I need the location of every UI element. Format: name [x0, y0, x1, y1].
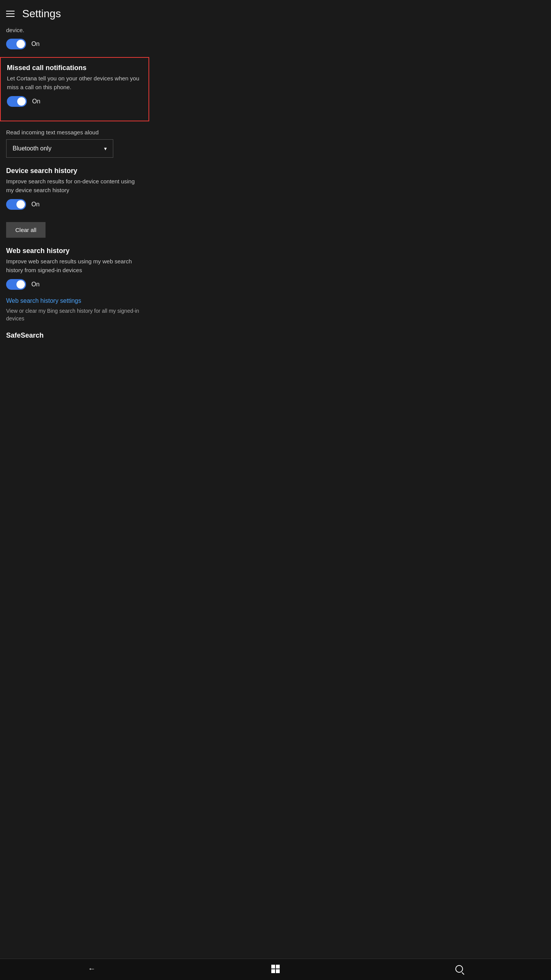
- bottom-navigation: ←: [0, 959, 149, 980]
- web-search-title: Web search history: [6, 247, 143, 255]
- top-toggle[interactable]: [6, 39, 26, 49]
- device-search-title: Device search history: [6, 167, 143, 175]
- web-search-toggle-row: On: [6, 279, 143, 290]
- top-section: device. On: [6, 26, 143, 49]
- web-search-history-settings-desc: View or clear my Bing search history for…: [6, 307, 143, 322]
- missed-call-toggle[interactable]: [7, 96, 27, 107]
- back-button[interactable]: ←: [88, 964, 96, 973]
- device-search-section: Device search history Improve search res…: [6, 167, 143, 238]
- truncated-text: device.: [6, 26, 143, 34]
- chevron-down-icon: ▾: [104, 145, 107, 152]
- missed-call-toggle-row: On: [7, 96, 142, 107]
- read-messages-label: Read incoming text messages aloud: [6, 129, 143, 136]
- dropdown-value: Bluetooth only: [13, 145, 51, 152]
- web-search-section: Web search history Improve web search re…: [6, 247, 143, 322]
- device-search-toggle-row: On: [6, 199, 143, 210]
- safesearch-title: SafeSearch: [6, 332, 143, 340]
- web-search-description: Improve web search results using my web …: [6, 257, 143, 274]
- web-search-toggle-label: On: [31, 281, 39, 288]
- safesearch-section: SafeSearch: [6, 332, 143, 340]
- missed-call-title: Missed call notifications: [7, 64, 142, 72]
- hamburger-menu-icon[interactable]: [6, 11, 15, 17]
- header: Settings: [0, 0, 149, 26]
- read-messages-section: Read incoming text messages aloud Blueto…: [6, 129, 143, 158]
- web-search-history-settings-link[interactable]: Web search history settings: [6, 297, 143, 304]
- missed-call-description: Let Cortana tell you on your other devic…: [7, 74, 142, 91]
- web-search-toggle[interactable]: [6, 279, 26, 290]
- page-title: Settings: [22, 8, 61, 20]
- top-toggle-label: On: [31, 41, 39, 47]
- device-search-toggle[interactable]: [6, 199, 26, 210]
- device-search-toggle-label: On: [31, 201, 39, 208]
- bluetooth-dropdown[interactable]: Bluetooth only ▾: [6, 139, 113, 158]
- top-toggle-row: On: [6, 39, 143, 49]
- missed-call-toggle-label: On: [32, 98, 40, 105]
- device-search-description: Improve search results for on-device con…: [6, 177, 143, 194]
- clear-all-button[interactable]: Clear all: [6, 222, 46, 238]
- missed-call-section: Missed call notifications Let Cortana te…: [0, 57, 149, 121]
